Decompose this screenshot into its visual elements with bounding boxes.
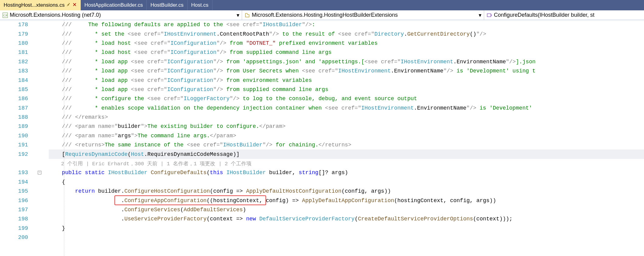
line-number: 189 [0, 123, 33, 129]
line-number: 193 [0, 170, 33, 176]
line-number: 183 [0, 68, 33, 74]
line-number: 181 [0, 49, 33, 55]
line-number: 180 [0, 40, 33, 46]
line-number: 195 [0, 188, 33, 194]
project-dropdown[interactable]: C# Microsoft.Extensions.Hosting (net7.0)… [0, 10, 242, 20]
tab-active[interactable]: HostingHost...xtensions.cs [0, 0, 81, 10]
project-name: Microsoft.Extensions.Hosting (net7.0) [10, 12, 101, 18]
code-line[interactable]: /// * load app <see cref="IConfiguration… [49, 66, 644, 75]
line-number: 199 [0, 225, 33, 231]
csharp-icon: C# [2, 12, 8, 18]
class-icon [245, 12, 250, 18]
codelens[interactable]: 2 个引用 | Eric Erhardt，300 天前 | 1 名作者，1 项更… [49, 159, 644, 168]
line-number: 185 [0, 86, 33, 93]
code-line[interactable]: /// * configure the <see cref="ILoggerFa… [49, 94, 644, 103]
line-number: 182 [0, 59, 33, 65]
code-line[interactable]: /// * load app <see cref="IConfiguration… [49, 75, 644, 85]
member-name: ConfigureDefaults(IHostBuilder builder, … [494, 12, 594, 18]
code-line[interactable]: /// * load host <see cref="IConfiguratio… [49, 48, 644, 57]
code-line[interactable]: public static IHostBuilder ConfigureDefa… [49, 168, 644, 177]
pin-icon[interactable] [66, 2, 71, 8]
type-dropdown[interactable]: Microsoft.Extensions.Hosting.HostingHost… [242, 10, 484, 20]
line-number: 178 [0, 22, 33, 28]
line-number: 196 [0, 198, 33, 204]
line-number: 191 [0, 142, 33, 148]
code-line[interactable]: .UseServiceProviderFactory(context => ne… [49, 214, 644, 223]
code-line[interactable]: /// * load host <see cref="IConfiguratio… [49, 39, 644, 48]
code-line[interactable]: [RequiresDynamicCode(Host.RequiresDynami… [49, 149, 644, 159]
code-line[interactable]: /// <param name="builder">The existing b… [49, 122, 644, 131]
line-number: 194 [0, 179, 33, 185]
svg-rect-2 [487, 14, 491, 17]
code-line[interactable]: /// * set the <see cref="IHostEnvironmen… [49, 29, 644, 38]
code-line[interactable]: .ConfigureAppConfiguration((hostingConte… [49, 196, 644, 205]
svg-text:C#: C# [3, 13, 7, 17]
code-line[interactable]: /// The following defaults are applied t… [49, 20, 644, 29]
tab[interactable]: HostBuilder.cs [147, 0, 188, 10]
navigation-bar: C# Microsoft.Extensions.Hosting (net7.0)… [0, 10, 644, 20]
code-column[interactable]: /// The following defaults are applied t… [49, 20, 644, 256]
line-number: 188 [0, 114, 33, 120]
line-number: 200 [0, 234, 33, 240]
chevron-down-icon: ▾ [237, 12, 239, 19]
line-number: 184 [0, 77, 33, 83]
code-line[interactable]: } [49, 224, 644, 233]
code-line[interactable] [49, 233, 644, 242]
code-line[interactable]: /// <returns>The same instance of the <s… [49, 140, 644, 149]
code-line[interactable]: /// <param name="args">The command line … [49, 131, 644, 140]
tab-label: HostBuilder.cs [150, 2, 184, 8]
code-line[interactable]: /// * load app <see cref="IConfiguration… [49, 57, 644, 66]
tab-label: Host.cs [191, 2, 209, 8]
member-dropdown[interactable]: ConfigureDefaults(IHostBuilder builder, … [484, 10, 644, 20]
tab-label: HostApplicationBuilder.cs [84, 2, 143, 8]
code-line[interactable]: /// * enables scope validation on the de… [49, 103, 644, 113]
chevron-down-icon: ▾ [479, 12, 481, 19]
fold-toggle[interactable]: − [38, 171, 41, 174]
code-editor[interactable]: 1781791801811821831841851861871881891901… [0, 20, 644, 256]
line-number: 186 [0, 96, 33, 102]
tab[interactable]: Host.cs [188, 0, 213, 10]
line-number: 192 [0, 151, 33, 157]
code-line[interactable]: .ConfigureServices(AddDefaultServices) [49, 205, 644, 214]
code-line[interactable]: /// * load app <see cref="IConfiguration… [49, 85, 644, 94]
code-line[interactable]: /// </remarks> [49, 113, 644, 122]
code-line[interactable]: return builder.ConfigureHostConfiguratio… [49, 187, 644, 196]
line-number: 197 [0, 207, 33, 213]
line-number: 190 [0, 133, 33, 139]
code-line[interactable]: { [49, 177, 644, 187]
close-icon[interactable] [72, 2, 77, 8]
line-number: 198 [0, 216, 33, 222]
line-number: 187 [0, 105, 33, 111]
line-number: 179 [0, 31, 33, 37]
type-name: Microsoft.Extensions.Hosting.HostingHost… [252, 12, 398, 18]
tab-label: HostingHost...xtensions.cs [4, 2, 65, 8]
method-icon [487, 12, 492, 18]
gutter: 1781791801811821831841851861871881891901… [0, 20, 49, 256]
tab-row: HostingHost...xtensions.cs HostApplicati… [0, 0, 644, 10]
tab[interactable]: HostApplicationBuilder.cs [81, 0, 147, 10]
